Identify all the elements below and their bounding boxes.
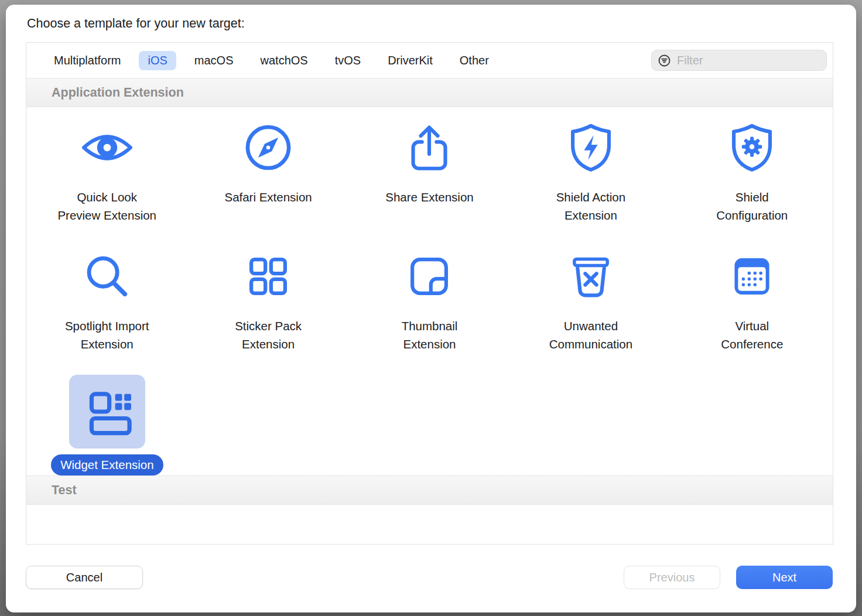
template-label: Communication	[549, 335, 632, 353]
previous-button[interactable]: Previous	[624, 566, 720, 589]
template-spotlight-import-extension[interactable]: Spotlight Import Extension	[26, 236, 187, 365]
template-safari-extension[interactable]: Safari Extension	[187, 107, 348, 236]
template-grid: Quick Look Preview Extension Safari Exte…	[26, 107, 833, 365]
template-label: Extension	[556, 206, 626, 224]
template-label: Preview Extension	[57, 206, 156, 224]
eye-icon	[78, 122, 136, 173]
tab-watchos[interactable]: watchOS	[252, 51, 317, 70]
template-label: Sticker Pack	[235, 317, 302, 335]
template-label: Virtual	[721, 317, 783, 335]
template-label: Shield Action	[556, 188, 626, 206]
template-shield-action-extension[interactable]: Shield Action Extension	[510, 107, 671, 236]
cancel-button[interactable]: Cancel	[26, 566, 143, 589]
next-button[interactable]: Next	[736, 566, 833, 589]
template-virtual-conference[interactable]: Virtual Conference	[672, 236, 833, 365]
filter-input[interactable]	[676, 53, 820, 68]
template-label: Unwanted	[549, 317, 632, 335]
platform-tabbar: Multiplatform iOS macOS watchOS tvOS Dri…	[26, 43, 833, 78]
template-share-extension[interactable]: Share Extension	[349, 107, 510, 236]
bin-x-icon	[562, 251, 620, 302]
template-thumbnail-extension[interactable]: Thumbnail Extension	[349, 236, 510, 365]
template-label: Spotlight Import	[65, 317, 149, 335]
template-shield-configuration[interactable]: Shield Configuration	[672, 107, 833, 236]
sticker-grid-icon	[239, 251, 297, 302]
share-icon	[400, 122, 459, 173]
filter-icon	[658, 54, 671, 67]
template-label: Extension	[402, 335, 458, 353]
template-unwanted-communication[interactable]: Unwanted Communication	[510, 236, 671, 365]
compass-icon	[239, 122, 297, 173]
template-sticker-pack-extension[interactable]: Sticker Pack Extension	[187, 236, 348, 365]
section-header-application-extension: Application Extension	[26, 78, 833, 107]
filter-field[interactable]	[651, 50, 827, 71]
section-header-test: Test	[26, 475, 833, 505]
new-target-dialog: Choose a template for your new target: M…	[6, 5, 856, 612]
template-label: Extension	[65, 335, 149, 353]
template-label: Configuration	[716, 206, 788, 224]
widget-icon	[69, 375, 145, 449]
template-label: Thumbnail	[402, 317, 458, 335]
template-widget-extension-selected[interactable]: Widget Extension	[26, 365, 188, 475]
template-label: Conference	[721, 335, 783, 353]
tab-macos[interactable]: macOS	[186, 51, 242, 70]
tab-driverkit[interactable]: DriverKit	[379, 51, 442, 70]
shield-bolt-icon	[562, 122, 620, 173]
template-label: Share Extension	[385, 188, 473, 206]
tab-other[interactable]: Other	[451, 51, 498, 70]
template-label: Extension	[235, 335, 302, 353]
template-quick-look-preview-extension[interactable]: Quick Look Preview Extension	[26, 107, 187, 236]
template-label: Safari Extension	[224, 188, 312, 206]
calendar-icon	[723, 251, 781, 302]
template-chooser-panel: Multiplatform iOS macOS watchOS tvOS Dri…	[26, 42, 833, 545]
thumbnail-icon	[400, 251, 459, 302]
tab-tvos[interactable]: tvOS	[326, 51, 370, 70]
tab-multiplatform[interactable]: Multiplatform	[45, 51, 129, 70]
template-label: Quick Look	[57, 188, 156, 206]
template-label: Shield	[716, 188, 788, 206]
panel-bottom-strip	[26, 505, 833, 512]
dialog-title: Choose a template for your new target:	[27, 16, 245, 31]
shield-gear-icon	[723, 122, 781, 173]
magnifier-icon	[78, 251, 136, 302]
tab-ios[interactable]: iOS	[139, 51, 176, 70]
selected-template-label: Widget Extension	[51, 454, 163, 475]
